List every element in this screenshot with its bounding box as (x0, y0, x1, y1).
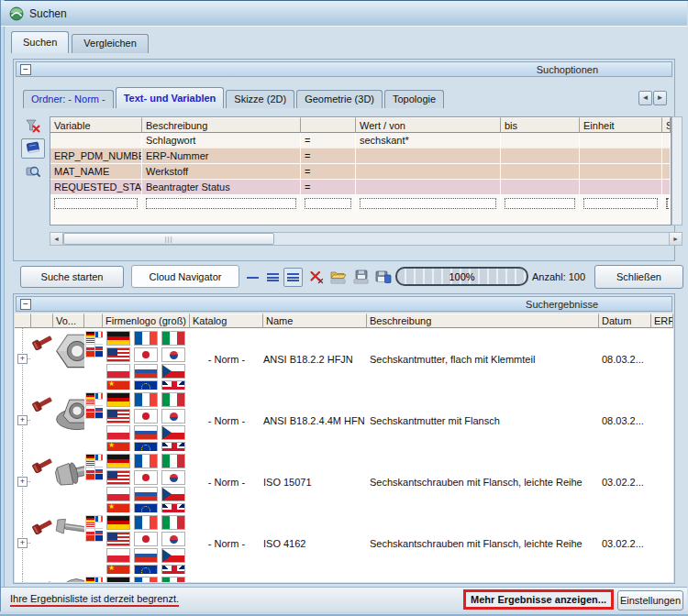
save-search-button[interactable] (351, 268, 371, 287)
sub-tab-topologie[interactable]: Topologie (384, 90, 444, 108)
variable-input-field[interactable] (146, 198, 296, 209)
var-col-header-operator[interactable] (301, 117, 356, 133)
flag-de-icon (86, 578, 94, 582)
variable-table-horizontal-scrollbar[interactable]: ◄ ||| ► (50, 232, 682, 246)
book-icon (26, 140, 40, 157)
variable-input-field[interactable] (666, 198, 668, 209)
result-row[interactable]: - Norm -ANSI B18.2.2 HFJNSechskantmutter… (15, 328, 673, 390)
variable-row[interactable]: MAT_NAMEWerkstoff= (50, 164, 671, 180)
var-cell (662, 164, 671, 179)
expand-icon[interactable] (17, 354, 28, 364)
flag-jp-icon (95, 461, 103, 467)
flag-ru-icon (95, 406, 103, 412)
result-row[interactable]: - Norm -ISO 4162Sechskantschrauben mit F… (15, 512, 673, 574)
var-col-header-bis[interactable]: bis (501, 117, 580, 133)
var-col-header-variable[interactable]: Variable (50, 117, 142, 133)
variable-row[interactable] (50, 195, 671, 211)
variable-row[interactable]: REQUESTED_STATEBeantragter Status= (50, 180, 671, 195)
collapse-icon[interactable] (20, 64, 31, 75)
expand-icon[interactable] (17, 477, 28, 487)
start-search-button[interactable]: Suche starten (20, 266, 124, 288)
variable-toolbar (21, 116, 47, 184)
results-col-header-blank[interactable] (15, 314, 31, 328)
variable-input-field[interactable] (583, 198, 658, 209)
variable-input-field[interactable] (360, 198, 496, 209)
tab-scroll-right-icon[interactable]: ► (653, 91, 667, 105)
dictionary-button[interactable] (21, 138, 45, 159)
sub-tab-skizze-2d[interactable]: Skizze (2D) (226, 90, 294, 108)
variable-row[interactable]: ERP_PDM_NUMBERERP-Nummer= (50, 148, 671, 164)
sub-tab-ordner-norm[interactable]: Ordner: - Norm - (23, 90, 114, 108)
tab-suchen[interactable]: Suchen (11, 31, 69, 53)
result-row[interactable] (15, 574, 673, 582)
result-cell (103, 390, 190, 451)
var-col-header-wert-von[interactable]: Wert / von (356, 117, 501, 133)
results-col-header-name[interactable]: Name (263, 314, 367, 328)
results-col-header-firmenlogo-gro[interactable]: Firmenlogo (groß) (103, 314, 190, 328)
part-preview-image (53, 574, 84, 582)
filter-clear-button[interactable] (21, 116, 45, 137)
settings-button[interactable]: Einstellungen (617, 590, 683, 610)
variable-table-vertical-scrollbar[interactable] (671, 116, 682, 226)
flag-kr-icon (161, 347, 185, 362)
list-detail-button[interactable] (283, 268, 303, 287)
clear-results-button[interactable] (306, 268, 326, 287)
flag-jp-icon (95, 400, 103, 405)
collapse-icon[interactable] (20, 299, 31, 310)
result-row[interactable]: - Norm -ANSI B18.2.4.4M HFNSechskantmutt… (15, 390, 673, 451)
results-col-header-beschreibung[interactable]: Beschreibung (367, 314, 599, 328)
var-cell: Beantragter Status (142, 180, 301, 194)
flag-us-icon (106, 347, 130, 362)
variable-input-field[interactable] (505, 198, 575, 209)
flag-us-icon (86, 522, 94, 528)
flag-us-icon (86, 338, 94, 344)
results-col-header-blank[interactable] (84, 314, 103, 328)
more-results-button[interactable]: Mehr Ergebnisse anzeigen... (463, 589, 614, 610)
sub-tab-geometrie-3d[interactable]: Geometrie (3D) (296, 90, 383, 108)
list-compact-icon (247, 272, 259, 283)
list-compact-button[interactable] (243, 268, 262, 287)
result-row[interactable]: - Norm -ISO 15071Sechskantschrauben mit … (15, 451, 673, 512)
variable-input-field[interactable] (305, 198, 351, 209)
sub-tab-text-und-variablen[interactable]: Text- und Variablen (116, 87, 225, 108)
tab-scroll-arrows: ◄ ► (638, 91, 667, 105)
scrollbar-thumb[interactable]: ||| (63, 233, 274, 245)
result-datum: 08.03.2... (599, 390, 651, 451)
close-button[interactable]: Schließen (594, 265, 683, 289)
var-cell: Schlagwort (142, 133, 301, 148)
save-search-as-button[interactable] (373, 268, 393, 287)
variable-input-field[interactable] (54, 198, 138, 209)
var-cell (580, 133, 662, 148)
flag-fr-icon (134, 331, 158, 346)
list-medium-button[interactable] (263, 268, 283, 287)
flag-eu-icon (95, 535, 103, 541)
results-col-header-datum[interactable]: Datum (599, 314, 651, 328)
flag-eu-icon (95, 474, 103, 479)
var-col-header-sy[interactable]: Sy (662, 117, 671, 133)
expand-icon[interactable] (17, 538, 28, 548)
progress-value: 100% (447, 271, 476, 282)
search-options-header: Suchoptionen (16, 61, 672, 77)
filter-clear-icon (26, 118, 40, 135)
load-search-button[interactable] (328, 268, 348, 287)
scroll-left-icon[interactable]: ◄ (50, 233, 63, 245)
scrollbar-track[interactable] (274, 233, 669, 245)
results-col-header-katalog[interactable]: Katalog (190, 314, 263, 328)
flag-us-icon (106, 409, 130, 424)
var-col-header-einheit[interactable]: Einheit (580, 117, 662, 133)
results-col-header-vo[interactable]: Vo... (53, 314, 84, 328)
var-col-header-beschreibung[interactable]: Beschreibung (142, 117, 301, 133)
tab-vergleichen[interactable]: Vergleichen (72, 34, 149, 53)
variable-row[interactable]: Schlagwort=sechskant* (50, 133, 671, 148)
results-col-header-blank[interactable] (31, 314, 53, 328)
result-cell (31, 328, 53, 390)
result-cell (53, 390, 84, 451)
flag-pl-icon (86, 468, 94, 473)
var-cell: = (301, 148, 356, 163)
tab-scroll-left-icon[interactable]: ◄ (638, 91, 652, 105)
expand-icon[interactable] (17, 415, 28, 425)
search-in-catalog-button[interactable] (21, 162, 45, 182)
results-col-header-erp-n[interactable]: ERP-N (651, 314, 673, 328)
scroll-right-icon[interactable]: ► (669, 233, 682, 245)
cloud-navigator-button[interactable]: Cloud Navigator (131, 265, 239, 288)
